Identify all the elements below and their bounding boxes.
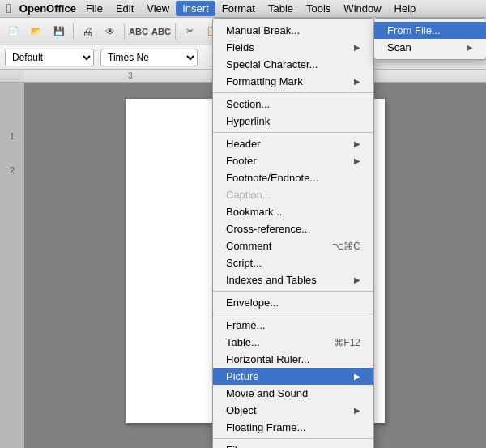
menu-section[interactable]: Section... [213, 96, 373, 113]
vertical-ruler: 1 2 [0, 83, 24, 448]
autocorrect-btn[interactable]: ABC [151, 21, 172, 42]
menu-header[interactable]: Header ▶ [213, 135, 373, 152]
menu-table[interactable]: Table... ⌘F12 [213, 334, 373, 351]
menu-movie-sound[interactable]: Movie and Sound [213, 385, 373, 402]
scan-arrow: ▶ [467, 43, 473, 52]
footer-arrow: ▶ [354, 156, 360, 165]
menu-hyperlink[interactable]: Hyperlink [213, 113, 373, 130]
picture-arrow: ▶ [354, 372, 360, 381]
sep-d [213, 314, 373, 314]
spell-btn[interactable]: ABC [128, 21, 149, 42]
object-arrow: ▶ [354, 406, 360, 415]
menu-view[interactable]: View [140, 1, 176, 16]
menu-object[interactable]: Object ▶ [213, 402, 373, 419]
menu-envelope[interactable]: Envelope... [213, 294, 373, 311]
picture-submenu: From File... Scan ▶ [373, 18, 486, 60]
sep-e [213, 438, 373, 439]
preview-btn[interactable]: 👁 [100, 21, 121, 42]
menu-picture[interactable]: Picture ▶ [213, 368, 373, 385]
menu-file[interactable]: File... [213, 442, 373, 448]
corner-ruler [0, 70, 24, 83]
menu-cross-reference[interactable]: Cross-reference... [213, 220, 373, 237]
open-btn[interactable]: 📂 [26, 21, 47, 42]
indexes-arrow: ▶ [354, 275, 360, 284]
formatting-mark-arrow: ▶ [354, 77, 360, 86]
sep3 [175, 23, 176, 40]
sep-a [213, 92, 373, 93]
submenu-from-file[interactable]: From File... [374, 22, 486, 39]
menu-window[interactable]: Window [337, 1, 387, 16]
header-arrow: ▶ [354, 139, 360, 148]
submenu-scan[interactable]: Scan ▶ [374, 39, 486, 56]
menu-caption: Caption... [213, 186, 373, 203]
insert-menu: Manual Break... Fields ▶ Special Charact… [212, 18, 374, 448]
font-select[interactable]: Times Ne [100, 49, 198, 66]
menu-frame[interactable]: Frame... [213, 317, 373, 334]
menu-special-char[interactable]: Special Character... [213, 56, 373, 73]
sep-b [213, 132, 373, 133]
menu-script[interactable]: Script... [213, 254, 373, 271]
menu-format[interactable]: Format [215, 1, 262, 16]
menu-bookmark[interactable]: Bookmark... [213, 203, 373, 220]
menu-edit[interactable]: Edit [109, 1, 140, 16]
print-btn[interactable]: 🖨 [77, 21, 98, 42]
menu-insert[interactable]: Insert [176, 1, 215, 16]
fields-arrow: ▶ [354, 43, 360, 52]
menu-table[interactable]: Table [262, 1, 300, 16]
doc-sidebar: 1 2 [0, 70, 24, 448]
menu-floating-frame[interactable]: Floating Frame... [213, 419, 373, 436]
menu-file[interactable]: File [79, 1, 109, 16]
menu-footnote[interactable]: Footnote/Endnote... [213, 169, 373, 186]
sep-c [213, 291, 373, 292]
sep1 [73, 23, 74, 40]
menubar:  OpenOffice File Edit View Insert Forma… [0, 0, 486, 18]
menu-fields[interactable]: Fields ▶ [213, 39, 373, 56]
menu-indexes-tables[interactable]: Indexes and Tables ▶ [213, 271, 373, 288]
menu-horizontal-ruler[interactable]: Horizontal Ruler... [213, 351, 373, 368]
new-doc-btn[interactable]: 📄 [3, 21, 24, 42]
sep2 [124, 23, 125, 40]
menu-footer[interactable]: Footer ▶ [213, 152, 373, 169]
menu-tools[interactable]: Tools [300, 1, 337, 16]
save-btn[interactable]: 💾 [49, 21, 70, 42]
apple-menu[interactable]:  [6, 2, 11, 16]
comment-shortcut: ⌥⌘C [332, 241, 360, 252]
table-shortcut: ⌘F12 [334, 337, 360, 348]
menu-comment[interactable]: Comment ⌥⌘C [213, 237, 373, 254]
app-name[interactable]: OpenOffice [19, 2, 76, 15]
menu-manual-break[interactable]: Manual Break... [213, 22, 373, 39]
cut-btn[interactable]: ✂ [179, 21, 200, 42]
menu-formatting-mark[interactable]: Formatting Mark ▶ [213, 73, 373, 90]
style-select[interactable]: Default [5, 49, 94, 66]
menu-help[interactable]: Help [388, 1, 423, 16]
